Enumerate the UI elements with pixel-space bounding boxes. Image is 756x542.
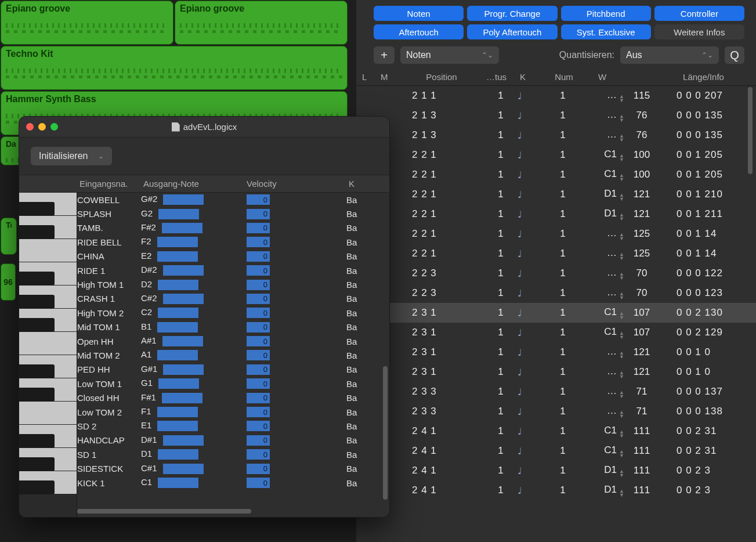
stepper-icon[interactable]: ▲▼ bbox=[619, 193, 624, 201]
cell-k[interactable]: 1 bbox=[548, 208, 578, 220]
event-row[interactable]: 2 4 11♩1D1▲▼1110 0 2 3 bbox=[356, 461, 756, 480]
cell-w[interactable]: 100 bbox=[624, 149, 659, 161]
cell-input-name[interactable]: PED HH bbox=[77, 364, 141, 374]
stepper-icon[interactable]: ▲▼ bbox=[619, 154, 624, 162]
event-scrollbar[interactable] bbox=[748, 86, 753, 542]
cell-output-note[interactable]: D1 bbox=[141, 448, 244, 461]
mapping-scrollbar-horizontal[interactable] bbox=[77, 508, 381, 515]
cell-tus[interactable]: 1 bbox=[484, 465, 518, 476]
piano-black-key[interactable] bbox=[19, 388, 55, 402]
stepper-icon[interactable]: ▲▼ bbox=[619, 213, 624, 221]
cell-length[interactable]: 0 0 1 14 bbox=[659, 248, 748, 259]
cell-k[interactable]: Ba bbox=[346, 351, 381, 360]
cell-input-name[interactable]: Low TOM 2 bbox=[77, 407, 141, 417]
cell-length[interactable]: 0 0 0 135 bbox=[659, 110, 748, 121]
cell-tus[interactable]: 1 bbox=[484, 129, 518, 141]
cell-num[interactable]: C1▲▼ bbox=[578, 425, 624, 438]
cell-position[interactable]: 2 1 3 bbox=[397, 110, 484, 121]
cell-position[interactable]: 2 2 3 bbox=[397, 268, 484, 279]
stepper-icon[interactable]: ▲▼ bbox=[619, 134, 624, 142]
cell-k[interactable]: 1 bbox=[548, 346, 578, 358]
cell-velocity[interactable]: 0 bbox=[244, 476, 346, 489]
cell-velocity[interactable]: 0 bbox=[244, 236, 346, 248]
event-row[interactable]: 2 3 11♩1C1▲▼1070 0 2 130 bbox=[356, 303, 756, 323]
col-k[interactable]: K bbox=[346, 179, 381, 189]
event-type-select[interactable]: Noten ⌃⌄ bbox=[400, 46, 499, 64]
mapping-row[interactable]: High TOM 2C20Ba bbox=[77, 306, 389, 320]
cell-k[interactable]: 1 bbox=[548, 169, 578, 180]
cell-velocity[interactable]: 0 bbox=[244, 349, 346, 362]
col-num[interactable]: Num bbox=[548, 72, 578, 82]
cell-output-note[interactable]: G#2 bbox=[141, 193, 244, 206]
note-bar[interactable] bbox=[158, 308, 198, 318]
event-type-tab[interactable]: Pitchbend bbox=[561, 6, 651, 21]
event-row[interactable]: 2 1 31♩1…▲▼760 0 0 135 bbox=[356, 125, 756, 145]
stepper-icon[interactable]: ▲▼ bbox=[619, 331, 624, 339]
cell-length[interactable]: 0 0 2 31 bbox=[659, 445, 748, 457]
cell-k[interactable]: 1 bbox=[548, 90, 578, 102]
cell-length[interactable]: 0 0 2 3 bbox=[659, 485, 748, 496]
mapping-row[interactable]: Mid TOM 2A10Ba bbox=[77, 348, 389, 362]
cell-num[interactable]: …▲▼ bbox=[578, 89, 624, 103]
cell-tus[interactable]: 1 bbox=[484, 346, 518, 358]
window-titlebar[interactable]: advEvL.logicx bbox=[19, 117, 389, 138]
cell-w[interactable]: 121 bbox=[624, 346, 659, 358]
note-bar[interactable] bbox=[157, 251, 198, 262]
scrollbar-thumb[interactable] bbox=[748, 87, 753, 174]
cell-w[interactable]: 125 bbox=[624, 248, 659, 259]
cell-input-name[interactable]: Closed HH bbox=[77, 393, 141, 403]
mapping-row[interactable]: RIDE 1D#20Ba bbox=[77, 263, 389, 277]
cell-position[interactable]: 2 2 1 bbox=[397, 228, 484, 240]
col-k[interactable]: K bbox=[518, 72, 548, 82]
cell-velocity[interactable]: 0 bbox=[244, 250, 346, 263]
cell-num[interactable]: C1▲▼ bbox=[578, 445, 624, 458]
cell-length[interactable]: 0 0 0 138 bbox=[659, 406, 748, 417]
cell-w[interactable]: 121 bbox=[624, 366, 659, 378]
cell-w[interactable]: 70 bbox=[624, 287, 659, 299]
cell-output-note[interactable]: F#1 bbox=[141, 392, 244, 404]
cell-length[interactable]: 0 0 2 129 bbox=[659, 327, 748, 338]
cell-k[interactable]: Ba bbox=[346, 308, 381, 318]
cell-length[interactable]: 0 0 2 31 bbox=[659, 425, 748, 437]
mapping-row[interactable]: SD 1D10Ba bbox=[77, 447, 389, 461]
cell-input-name[interactable]: Low TOM 1 bbox=[77, 379, 141, 389]
piano-black-key[interactable] bbox=[19, 480, 55, 494]
cell-length[interactable]: 0 0 1 211 bbox=[659, 208, 748, 220]
cell-k[interactable]: 1 bbox=[548, 228, 578, 240]
cell-k[interactable]: 1 bbox=[548, 386, 578, 398]
mapping-scrollbar-vertical[interactable] bbox=[383, 366, 388, 500]
piano-black-key[interactable] bbox=[19, 225, 55, 239]
mapping-row[interactable]: Closed HHF#10Ba bbox=[77, 391, 389, 404]
cell-output-note[interactable]: G1 bbox=[141, 377, 244, 390]
stepper-icon[interactable]: ▲▼ bbox=[619, 489, 624, 497]
cell-output-note[interactable]: C2 bbox=[141, 306, 244, 319]
cell-output-note[interactable]: F#2 bbox=[141, 222, 244, 234]
stepper-icon[interactable]: ▲▼ bbox=[619, 450, 624, 458]
velocity-bar[interactable]: 0 bbox=[247, 223, 270, 233]
stepper-icon[interactable]: ▲▼ bbox=[619, 410, 624, 418]
cell-num[interactable]: C1▲▼ bbox=[578, 326, 624, 339]
cell-length[interactable]: 0 0 0 123 bbox=[659, 287, 748, 299]
event-type-tab[interactable]: Aftertouch bbox=[374, 24, 464, 39]
event-type-tab[interactable]: Controller bbox=[654, 6, 744, 21]
cell-num[interactable]: …▲▼ bbox=[578, 109, 624, 122]
cell-num[interactable]: C1▲▼ bbox=[578, 306, 624, 320]
cell-tus[interactable]: 1 bbox=[484, 485, 518, 496]
velocity-bar[interactable]: 0 bbox=[247, 237, 270, 247]
velocity-bar[interactable]: 0 bbox=[247, 364, 270, 375]
cell-output-note[interactable]: E2 bbox=[141, 250, 244, 263]
cell-num[interactable]: D1▲▼ bbox=[578, 188, 624, 201]
piano-keyboard[interactable] bbox=[19, 193, 77, 517]
cell-input-name[interactable]: KICK 1 bbox=[77, 478, 141, 488]
note-bar[interactable] bbox=[158, 449, 198, 460]
event-row[interactable]: 2 1 31♩1…▲▼760 0 0 135 bbox=[356, 106, 756, 125]
cell-tus[interactable]: 1 bbox=[484, 248, 518, 259]
note-bar[interactable] bbox=[157, 350, 198, 360]
mapping-row[interactable]: High TOM 1D20Ba bbox=[77, 277, 389, 291]
cell-output-note[interactable]: C#1 bbox=[141, 462, 244, 475]
note-bar[interactable] bbox=[157, 421, 198, 431]
cell-velocity[interactable]: 0 bbox=[244, 406, 346, 418]
note-bar[interactable] bbox=[158, 478, 198, 488]
cell-input-name[interactable]: COWBELL bbox=[77, 195, 141, 205]
cell-k[interactable]: 1 bbox=[548, 327, 578, 338]
